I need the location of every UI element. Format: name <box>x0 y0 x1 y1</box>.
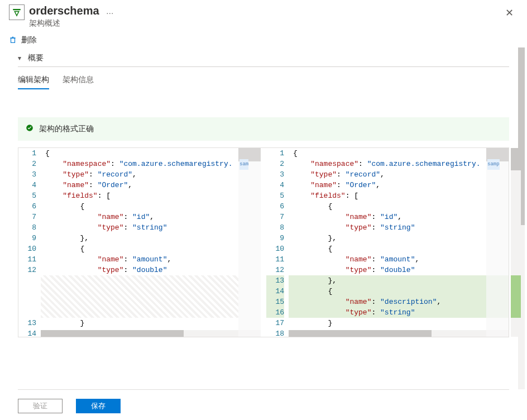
line-number: 1 <box>266 148 284 159</box>
save-button[interactable]: 保存 <box>76 399 121 413</box>
header-titles: orderschema … 架构概述 <box>29 4 501 28</box>
line-number: 8 <box>18 222 36 233</box>
line-number: 16 <box>266 307 284 318</box>
line-number: 9 <box>266 233 284 244</box>
line-number: 17 <box>266 318 284 328</box>
line-number: 18 <box>266 328 284 337</box>
line-number: 3 <box>18 169 36 180</box>
schema-icon <box>9 4 25 20</box>
diff-removed-placeholder <box>41 275 238 318</box>
page-subtitle: 架构概述 <box>29 18 501 28</box>
delete-button[interactable]: 删除 <box>0 31 527 47</box>
section-overview-header[interactable]: ▾ 概要 <box>18 50 509 67</box>
trash-icon <box>9 36 17 45</box>
diff-overview-ruler[interactable] <box>511 148 521 337</box>
check-icon <box>26 124 33 134</box>
line-number: 4 <box>18 180 36 190</box>
svg-marker-1 <box>15 12 19 16</box>
footer: 验证 保存 <box>18 389 509 413</box>
line-number: 2 <box>18 159 36 169</box>
line-number: 13 <box>266 275 284 286</box>
diff-editor: 1 2 3 4 5 6 7 8 9 10 11 12 13 14 { "name… <box>18 147 509 337</box>
line-number: 6 <box>266 201 284 212</box>
line-number: 11 <box>18 254 36 265</box>
page-title: orderschema <box>29 4 99 17</box>
left-h-scrollbar-thumb[interactable] <box>41 330 184 337</box>
minimap-label: samp <box>487 159 500 170</box>
line-number: 9 <box>18 233 36 244</box>
status-message: 架构的格式正确 <box>39 124 94 134</box>
svg-rect-2 <box>11 38 15 42</box>
right-gutter: 1 2 3 4 5 6 7 8 9 10 11 12 13 14 15 16 1… <box>266 148 289 337</box>
line-number: 8 <box>266 222 284 233</box>
line-number: 11 <box>266 254 284 265</box>
delete-label: 删除 <box>21 35 37 45</box>
line-number: 12 <box>18 265 36 275</box>
diff-right-pane[interactable]: 1 2 3 4 5 6 7 8 9 10 11 12 13 14 15 16 1… <box>266 148 509 337</box>
section-overview-title: 概要 <box>28 53 44 63</box>
line-number: 5 <box>18 190 36 201</box>
left-minimap[interactable]: sam <box>238 148 261 337</box>
more-menu[interactable]: … <box>106 7 115 16</box>
line-number: 13 <box>18 318 36 328</box>
line-number: 7 <box>18 212 36 222</box>
chevron-down-icon: ▾ <box>18 54 21 62</box>
line-number: 2 <box>266 159 284 169</box>
line-number: 14 <box>18 328 36 337</box>
line-number: 6 <box>18 201 36 212</box>
minimap-label: sam <box>239 159 248 170</box>
line-number: 5 <box>266 190 284 201</box>
svg-rect-0 <box>13 9 21 10</box>
left-h-scrollbar[interactable] <box>41 330 261 337</box>
overview-added-marker[interactable] <box>511 275 521 318</box>
right-minimap[interactable]: samp <box>486 148 509 337</box>
tab-edit-schema[interactable]: 编辑架构 <box>18 73 49 89</box>
line-number: 10 <box>18 244 36 254</box>
validate-button[interactable]: 验证 <box>18 399 63 413</box>
right-code[interactable]: { "namespace": "com.azure.schemaregistry… <box>289 148 509 337</box>
line-number: 12 <box>266 265 284 275</box>
close-button[interactable]: ✕ <box>501 4 518 21</box>
line-number: 7 <box>266 212 284 222</box>
line-number: 4 <box>266 180 284 190</box>
right-h-scrollbar-thumb[interactable] <box>289 330 432 337</box>
right-h-scrollbar[interactable] <box>289 330 509 337</box>
line-number: 1 <box>18 148 36 159</box>
line-number: 15 <box>266 297 284 307</box>
overview-thumb[interactable] <box>511 148 521 170</box>
left-gutter: 1 2 3 4 5 6 7 8 9 10 11 12 13 14 <box>18 148 41 337</box>
status-bar: 架构的格式正确 <box>18 117 509 141</box>
diff-left-pane[interactable]: 1 2 3 4 5 6 7 8 9 10 11 12 13 14 { "name… <box>18 148 261 337</box>
line-number: 3 <box>266 169 284 180</box>
tab-schema-info[interactable]: 架构信息 <box>63 73 94 89</box>
line-number: 10 <box>266 244 284 254</box>
line-number: 14 <box>266 286 284 297</box>
tabs: 编辑架构 架构信息 <box>18 73 509 89</box>
